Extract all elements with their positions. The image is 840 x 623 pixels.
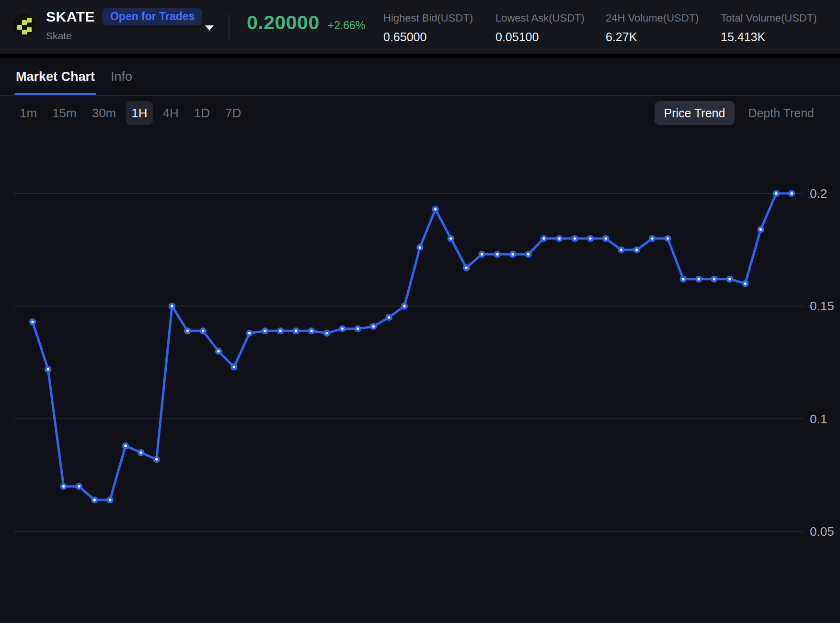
token-symbol: SKATE bbox=[46, 9, 95, 25]
data-point-center bbox=[651, 237, 654, 239]
data-point-center bbox=[605, 237, 607, 239]
data-point-center bbox=[372, 325, 375, 328]
data-point-center bbox=[357, 328, 359, 330]
tab-bar: Market Chart Info bbox=[0, 58, 840, 96]
data-point-center bbox=[31, 321, 34, 323]
price-line bbox=[33, 193, 792, 500]
data-point-center bbox=[140, 451, 142, 453]
data-point-center bbox=[155, 458, 158, 461]
data-point-center bbox=[635, 249, 638, 251]
data-point-center bbox=[109, 498, 111, 501]
data-point-center bbox=[233, 366, 235, 368]
data-point-center bbox=[728, 278, 731, 280]
data-point-center bbox=[481, 253, 483, 255]
data-point-center bbox=[419, 246, 421, 249]
data-point-center bbox=[542, 237, 545, 239]
stat-label: Highest Bid(USDT) bbox=[383, 12, 473, 24]
stat-highest-bid: Highest Bid(USDT) 0.65000 bbox=[383, 12, 473, 44]
stat-value: 0.05100 bbox=[495, 30, 585, 44]
market-stats: Highest Bid(USDT) 0.65000 Lowest Ask(USD… bbox=[383, 12, 834, 45]
data-point-center bbox=[217, 350, 219, 352]
tab-market-chart[interactable]: Market Chart bbox=[16, 58, 95, 95]
data-point-center bbox=[186, 329, 189, 332]
data-point-center bbox=[465, 267, 468, 269]
data-point-center bbox=[295, 329, 297, 332]
y-tick-label: 0.2 bbox=[810, 186, 827, 201]
market-dropdown-caret-icon[interactable] bbox=[205, 25, 214, 31]
data-point-center bbox=[682, 278, 684, 280]
token-identity: SKATE Open for Trades Skate bbox=[46, 8, 202, 42]
data-point-center bbox=[388, 316, 390, 318]
trading-status-badge: Open for Trades bbox=[103, 8, 202, 25]
stat-24h-volume: 24H Volume(USDT) 6.27K bbox=[606, 12, 699, 44]
data-point-center bbox=[496, 253, 498, 255]
stat-label: Total Volume(USDT) bbox=[721, 12, 817, 24]
data-point-center bbox=[341, 328, 344, 330]
data-point-center bbox=[310, 329, 312, 332]
data-point-center bbox=[759, 228, 762, 231]
stat-total-volume: Total Volume(USDT) 15.413K bbox=[721, 12, 817, 44]
data-point-center bbox=[62, 485, 65, 487]
data-point-center bbox=[202, 329, 204, 332]
data-point-center bbox=[744, 283, 746, 285]
data-point-center bbox=[47, 368, 49, 370]
stat-value: 15.413K bbox=[721, 30, 817, 44]
data-point-center bbox=[574, 237, 576, 239]
data-point-center bbox=[78, 485, 80, 487]
skate-token-logo-icon bbox=[13, 14, 35, 36]
data-point-center bbox=[667, 237, 669, 239]
data-point-center bbox=[93, 498, 96, 501]
data-point-center bbox=[264, 329, 266, 332]
stat-label: 24H Volume(USDT) bbox=[606, 12, 699, 24]
data-point-center bbox=[403, 305, 405, 307]
data-point-center bbox=[279, 329, 282, 332]
stat-value: 0.65000 bbox=[383, 30, 473, 44]
price-block: 0.20000 +2.66% bbox=[247, 11, 365, 34]
data-point-center bbox=[697, 278, 700, 280]
data-point-center bbox=[589, 237, 591, 239]
data-point-center bbox=[248, 332, 251, 334]
active-tab-underline bbox=[14, 93, 96, 95]
data-point-center bbox=[713, 278, 715, 280]
tab-info[interactable]: Info bbox=[111, 58, 132, 95]
data-point-center bbox=[449, 237, 452, 239]
last-price: 0.20000 bbox=[247, 11, 320, 34]
data-point-center bbox=[512, 253, 514, 255]
token-name: Skate bbox=[46, 30, 202, 42]
data-point-center bbox=[790, 192, 793, 194]
data-point-center bbox=[620, 249, 622, 251]
data-point-center bbox=[326, 332, 328, 334]
data-point-center bbox=[527, 253, 529, 255]
data-point-center bbox=[434, 208, 437, 210]
y-tick-label: 0.05 bbox=[810, 524, 834, 539]
market-header: SKATE Open for Trades Skate 0.20000 +2.6… bbox=[0, 0, 840, 54]
y-tick-label: 0.1 bbox=[810, 412, 827, 426]
price-trend-chart: 0.20.150.10.05 bbox=[0, 120, 840, 623]
stat-lowest-ask: Lowest Ask(USDT) 0.05100 bbox=[495, 12, 585, 44]
price-change-percent: +2.66% bbox=[328, 19, 366, 32]
header-divider bbox=[229, 14, 230, 41]
y-tick-label: 0.15 bbox=[810, 299, 834, 313]
data-point-center bbox=[124, 444, 127, 447]
header-separator bbox=[0, 54, 840, 58]
stat-label: Lowest Ask(USDT) bbox=[495, 12, 585, 24]
stat-value: 6.27K bbox=[606, 30, 699, 44]
data-point-center bbox=[558, 237, 561, 239]
data-point-center bbox=[775, 192, 777, 194]
data-point-center bbox=[171, 305, 173, 307]
